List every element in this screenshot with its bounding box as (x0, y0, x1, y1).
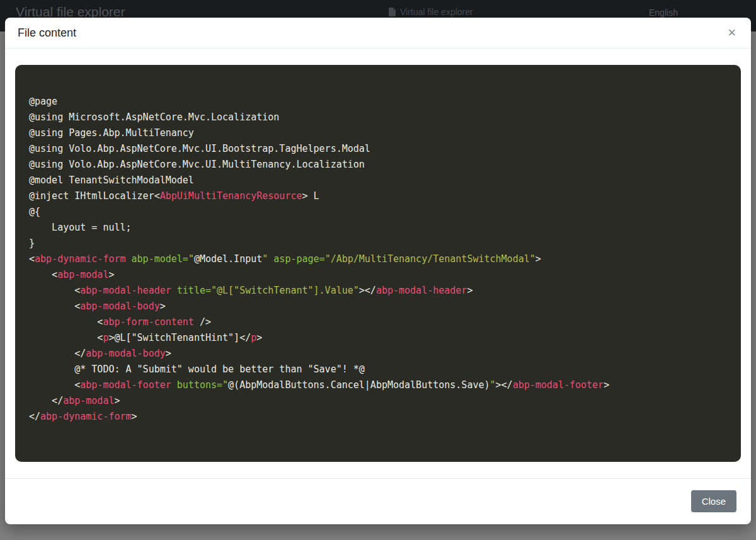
code-block: @page@using Microsoft.AspNetCore.Mvc.Loc… (15, 65, 741, 462)
code-line: @using Microsoft.AspNetCore.Mvc.Localiza… (29, 110, 731, 125)
close-icon[interactable]: × (728, 26, 736, 40)
modal-header: File content × (5, 18, 751, 49)
modal-body: @page@using Microsoft.AspNetCore.Mvc.Loc… (5, 49, 751, 478)
code-line: @page (29, 94, 731, 110)
code-line: @using Volo.Abp.AspNetCore.Mvc.UI.Bootst… (29, 141, 731, 157)
code-line: <abp-modal-header title="@L["SwitchTenan… (29, 283, 731, 299)
code-line: </abp-modal-body> (29, 346, 731, 362)
code-line: <abp-dynamic-form abp-model="@Model.Inpu… (29, 251, 731, 267)
code-line: </abp-dynamic-form> (29, 409, 731, 425)
code-line: @* TODO: A "Submit" would be better than… (29, 362, 731, 377)
close-button[interactable]: Close (691, 490, 736, 512)
code-line: @{ (29, 204, 731, 220)
code-line: @using Volo.Abp.AspNetCore.Mvc.UI.MultiT… (29, 157, 731, 173)
code-line: <abp-modal-body> (29, 299, 731, 314)
code-line: <abp-modal> (29, 267, 731, 283)
code-line: <abp-modal-footer buttons="@(AbpModalBut… (29, 377, 731, 393)
code-line: <abp-form-content /> (29, 314, 731, 330)
code-line: @inject IHtmlLocalizer<AbpUiMultiTenancy… (29, 188, 731, 204)
code-line: } (29, 236, 731, 251)
code-line: @model TenantSwitchModalModel (29, 173, 731, 188)
modal-title: File content (18, 26, 76, 40)
modal-footer: Close (5, 478, 751, 524)
file-content-modal: File content × @page@using Microsoft.Asp… (5, 18, 751, 524)
code-line: <p>@L["SwitchTenantHint"]</p> (29, 330, 731, 346)
code-line: </abp-modal> (29, 393, 731, 409)
code-line: @using Pages.Abp.MultiTenancy (29, 125, 731, 141)
code-line: Layout = null; (29, 220, 731, 236)
